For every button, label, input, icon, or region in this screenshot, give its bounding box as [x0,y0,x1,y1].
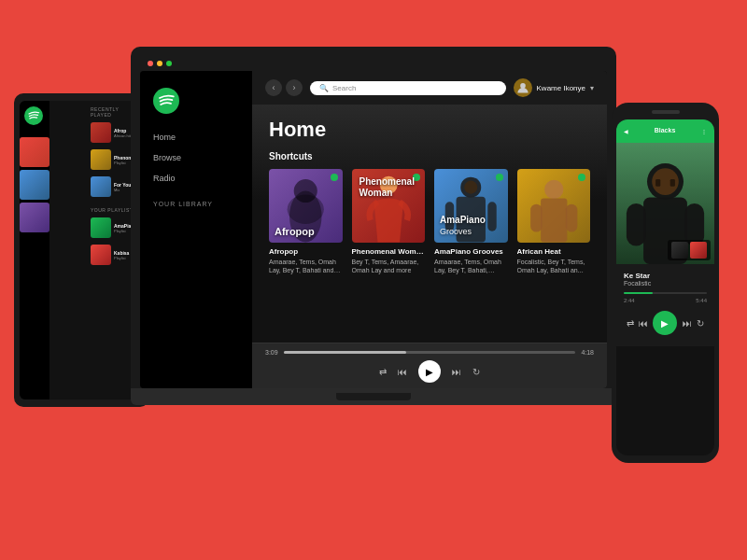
card-afropop[interactable]: Afropop Afropop Amaarae, Tems, Omah Lay,… [269,169,343,274]
close-dot[interactable] [148,61,153,66]
page-title: Home [269,118,590,142]
svg-rect-20 [627,203,646,246]
chevron-down-icon: ▾ [590,84,594,92]
svg-rect-10 [487,202,496,231]
svg-rect-24 [670,179,675,187]
cover-label-afropop: Afropop [275,226,315,237]
phone-device: ◀ Blacks ⋮ [612,103,719,463]
avatar [514,78,532,97]
card-desc-african: Focalistic, Bey T, Tems, Omah Lay, Bahat… [517,258,591,274]
phone-screen: ◀ Blacks ⋮ [616,119,714,455]
search-placeholder: Search [332,84,356,92]
content-area: Home Shortcuts [252,105,607,343]
phone-header: ◀ Blacks ⋮ [616,119,714,143]
sidebar-item-home[interactable]: Home [140,128,252,147]
topbar: ‹ › 🔍 Search Kwame Ikonye ▾ [252,71,607,105]
card-desc-woman: Bey T, Tems, Amaarae, Omah Lay and more [352,258,426,274]
phone-shuffle[interactable]: ⇄ [627,318,634,329]
sidebar-logo [140,82,252,126]
laptop-device: Home Browse Radio YOUR LIBRARY ‹ › 🔍 Sea… [131,47,616,405]
cover-woman: PhenomenalWoman [352,169,426,243]
card-woman[interactable]: PhenomenalWoman Phenomenal Woman Bey T, … [352,169,426,274]
player-bar: 3:09 4:18 ⇄ ⏮ ▶ ⏭ ↻ [252,343,607,388]
phone-time-total: 5:44 [696,298,707,303]
phone-player-info: Ke Star Focalistic 2:44 5:44 ⇄ ⏮ ▶ ⏭ ↻ [616,264,714,346]
laptop-base [131,388,616,405]
sidebar-library-label: YOUR LIBRARY [140,189,252,211]
card-name-woman: Phenomenal Woman [352,247,426,256]
phone-progress[interactable] [624,292,707,294]
fullscreen-dot[interactable] [166,61,172,66]
minimize-dot[interactable] [157,61,162,66]
svg-point-11 [544,180,563,199]
time-current: 3:09 [265,349,278,356]
progress-container: 3:09 4:18 [265,349,594,356]
card-desc-amapiano: Amaarae, Tems, Omah Lay, Bey T, Bahati, … [434,258,508,274]
phone-play[interactable]: ▶ [653,311,677,335]
cover-label-woman: PhenomenalWoman [359,176,415,237]
repeat-button[interactable]: ↻ [472,367,480,377]
player-controls: ⇄ ⏮ ▶ ⏭ ↻ [265,360,594,383]
tablet-screen: Recently played Afrop African hit Phen [20,101,144,399]
laptop-notch [336,393,411,400]
tablet-device: Recently played Afrop African hit Phen [14,93,149,407]
card-name-amapiano: AmaPiano Grooves [434,247,508,256]
svg-point-15 [24,106,43,125]
cover-amapiano: AmaPianoGrooves [434,169,508,243]
phone-controls: ⇄ ⏮ ▶ ⏭ ↻ [624,311,707,335]
user-name: Kwame Ikonye [537,84,585,92]
progress-fill [284,351,406,354]
play-button[interactable]: ▶ [418,360,441,383]
phone-header-label: Blacks [655,127,676,133]
phone-repeat[interactable]: ↻ [697,318,704,329]
nav-buttons: ‹ › [265,79,303,96]
phone-artist: Focalistic [624,280,707,287]
search-icon: 🔍 [319,84,329,92]
prev-button[interactable]: ⏮ [398,367,407,377]
shortcuts-label: Shortcuts [269,151,590,161]
user-area[interactable]: Kwame Ikonye ▾ [514,78,594,97]
svg-point-1 [520,83,526,89]
svg-rect-12 [541,198,567,242]
cover-afropop: Afropop [269,169,343,243]
phone-progress-fill [624,292,653,294]
next-button[interactable]: ⏭ [452,367,461,377]
shuffle-button[interactable]: ⇄ [379,367,387,377]
shortcuts-grid: Afropop Afropop Amaarae, Tems, Omah Lay,… [269,169,590,274]
phone-next[interactable]: ⏭ [683,318,692,329]
forward-button[interactable]: › [286,79,303,96]
sidebar-item-browse[interactable]: Browse [140,148,252,167]
progress-track[interactable] [284,351,576,354]
svg-rect-23 [655,179,660,187]
card-name-african: African Heat [517,247,591,256]
card-african[interactable]: African Heat Focalistic, Bey T, Tems, Om… [517,169,591,274]
phone-time-current: 2:44 [624,298,635,303]
traffic-lights [140,56,607,71]
laptop-screen: Home Browse Radio YOUR LIBRARY ‹ › 🔍 Sea… [140,71,607,388]
card-amapiano[interactable]: AmaPianoGrooves AmaPiano Grooves Amaarae… [434,169,508,274]
cover-label-amapiano: AmaPianoGrooves [440,215,486,237]
search-bar[interactable]: 🔍 Search [310,81,506,95]
sidebar-item-radio[interactable]: Radio [140,169,252,188]
main-content: ‹ › 🔍 Search Kwame Ikonye ▾ [252,71,607,388]
card-desc-afropop: Amaarae, Tems, Omah Lay, Bey T, Bahati a… [269,258,343,274]
time-total: 4:18 [581,349,594,356]
svg-rect-14 [565,204,577,232]
svg-point-0 [153,88,179,114]
phone-time: 2:44 5:44 [624,298,707,303]
sidebar: Home Browse Radio YOUR LIBRARY [140,71,252,388]
svg-rect-13 [530,204,543,232]
card-name-afropop: Afropop [269,247,343,256]
cover-african [517,169,591,243]
tablet-sidebar [20,101,49,399]
phone-song-title: Ke Star [624,272,707,280]
svg-point-8 [464,181,477,194]
back-button[interactable]: ‹ [265,79,282,96]
now-playing-cover [616,143,714,264]
phone-prev[interactable]: ⏮ [639,318,648,329]
